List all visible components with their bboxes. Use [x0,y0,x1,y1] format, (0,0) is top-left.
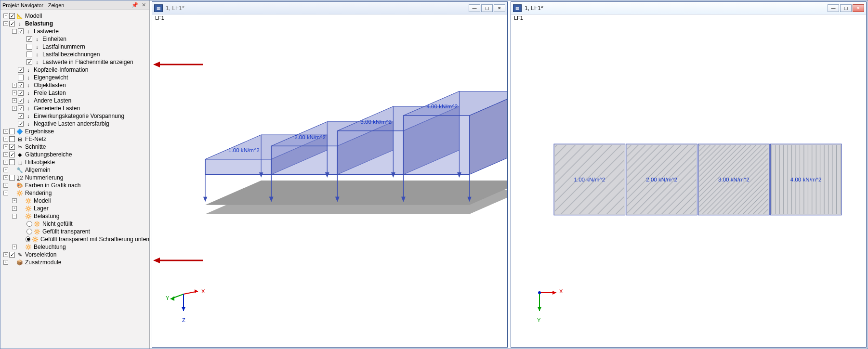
tree-item[interactable]: +1̲2Nummerierung [0,174,149,181]
expander-icon[interactable]: + [12,206,17,211]
tree-item[interactable]: +✂Schnitte [0,143,149,151]
tree-item[interactable]: ↓Einheiten [0,35,149,43]
expander-icon[interactable]: + [12,83,17,88]
minimize-button[interactable]: — [828,4,839,12]
svg-text:1.00 kN/m^2: 1.00 kN/m^2 [228,147,260,153]
tree-item[interactable]: +⬚Hilfsobjekte [0,158,149,166]
checkbox[interactable] [18,75,24,80]
expander-icon[interactable]: − [3,21,8,26]
viewport-iso-canvas[interactable]: 1.00 kN/m^2 2.00 kN/m^2 3.00 kN/m^2 [152,22,507,347]
expander-icon [21,221,26,226]
expander-icon[interactable]: + [12,245,17,249]
radio[interactable] [26,221,32,227]
checkbox[interactable] [9,144,15,150]
close-button[interactable]: ✕ [853,4,864,12]
iso-drawing: 1.00 kN/m^2 2.00 kN/m^2 3.00 kN/m^2 [152,22,507,347]
close-button[interactable]: ✕ [494,4,505,12]
checkbox[interactable] [18,121,24,127]
tree-item[interactable]: +⊞FE-Netz [0,135,149,143]
checkbox[interactable] [26,59,32,65]
radio[interactable] [26,236,30,242]
tree-item[interactable]: +◆Glättungsbereiche [0,151,149,158]
tree-item[interactable]: +✎Vorselektion [0,251,149,259]
viewport-plan-titlebar[interactable]: ▦ 1, LF1* — ▢ ✕ [511,2,866,14]
expander-icon[interactable]: − [3,191,8,195]
expander-icon[interactable]: + [12,198,17,203]
expander-icon[interactable]: + [12,90,17,95]
expander-icon[interactable]: + [3,152,8,157]
checkbox[interactable] [9,136,15,142]
tree-item[interactable]: ↓Einwirkungskategorie Vorspannung [0,112,149,120]
tree-item[interactable]: 🔆Gefüllt transparent mit Schraffierung u… [0,235,149,243]
expander-icon[interactable]: + [3,144,8,149]
expander-icon[interactable]: + [3,160,8,165]
tree-item[interactable]: +🎨Farben in Grafik nach [0,181,149,189]
expander-icon[interactable]: − [12,29,17,34]
svg-text:4.00 kN/m^2: 4.00 kN/m^2 [790,176,822,182]
tree-item[interactable]: ↓Lastfallbezeichnungen [0,51,149,58]
tree-item[interactable]: ↓Negative Lasten andersfarbig [0,120,149,128]
expander-icon[interactable]: + [3,168,8,172]
item-icon: ↓ [34,43,40,50]
maximize-button[interactable]: ▢ [481,4,493,12]
tree-item[interactable]: +↓Freie Lasten [0,89,149,97]
tree-item[interactable]: +🔆Lager [0,205,149,212]
checkbox[interactable] [9,129,15,134]
checkbox[interactable] [18,67,24,73]
tree-item[interactable]: ↓Kopfzeile-Information [0,66,149,74]
tree-item[interactable]: +↓Generierte Lasten [0,104,149,112]
tree-item[interactable]: ↓Lastwerte in Flächenmitte anzeigen [0,58,149,66]
checkbox[interactable] [9,152,15,157]
expander-icon[interactable]: − [3,13,8,18]
checkbox[interactable] [18,90,24,96]
expander-icon[interactable]: + [3,129,8,134]
checkbox[interactable] [18,113,24,119]
expander-icon[interactable]: + [12,106,17,111]
tree-item[interactable]: −🔆Belastung [0,212,149,220]
tree-item[interactable]: 🔆Gefüllt transparent [0,228,149,235]
checkbox[interactable] [9,252,15,258]
checkbox[interactable] [26,44,32,50]
expander-icon[interactable]: + [12,98,17,103]
item-icon: 🔆 [34,228,40,235]
pin-icon[interactable]: 📌 [131,2,139,9]
expander-icon[interactable]: + [3,252,8,257]
tree-item[interactable]: +🔆Modell [0,197,149,205]
checkbox[interactable] [9,13,15,19]
svg-text:1.00 kN/m^2: 1.00 kN/m^2 [574,176,605,182]
checkbox[interactable] [26,52,32,57]
radio[interactable] [26,229,32,234]
checkbox[interactable] [9,159,15,165]
navigator-tree[interactable]: −📐Modell−↓Belastung−↓Lastwerte↓Einheiten… [0,10,149,349]
viewport-iso-titlebar[interactable]: ▦ 1, LF1* — ▢ ✕ [152,2,507,14]
maximize-button[interactable]: ▢ [840,4,852,12]
expander-icon[interactable]: + [3,137,8,142]
checkbox[interactable] [18,105,24,111]
checkbox[interactable] [9,175,15,181]
checkbox[interactable] [9,21,15,26]
checkbox[interactable] [18,98,24,103]
expander-icon[interactable]: − [12,214,17,219]
tree-item[interactable]: +📦Zusatzmodule [0,259,149,266]
tree-item[interactable]: ↓Eigengewicht [0,74,149,81]
expander-icon[interactable]: + [3,260,8,265]
checkbox[interactable] [26,36,32,42]
tree-item[interactable]: −↓Lastwerte [0,27,149,35]
checkbox[interactable] [18,28,24,34]
tree-item[interactable]: −📐Modell [0,12,149,20]
expander-icon[interactable]: + [3,183,8,188]
tree-item[interactable]: ↓Lastfallnummern [0,43,149,51]
minimize-button[interactable]: — [469,4,480,12]
tree-item[interactable]: −↓Belastung [0,20,149,27]
tree-item[interactable]: +🔧Allgemein [0,166,149,174]
checkbox[interactable] [18,82,24,88]
tree-item[interactable]: +↓Andere Lasten [0,97,149,104]
expander-icon[interactable]: + [3,175,8,180]
viewport-plan-canvas[interactable]: 1.00 kN/m^22.00 kN/m^23.00 kN/m^24.00 kN… [511,22,866,347]
close-icon[interactable]: ✕ [140,2,147,9]
tree-item[interactable]: +↓Objektlasten [0,81,149,89]
tree-item[interactable]: −🔆Rendering [0,189,149,197]
tree-item[interactable]: +🔷Ergebnisse [0,128,149,135]
tree-item[interactable]: +🔆Beleuchtung [0,243,149,251]
tree-item[interactable]: 🔆Nicht gefüllt [0,220,149,228]
